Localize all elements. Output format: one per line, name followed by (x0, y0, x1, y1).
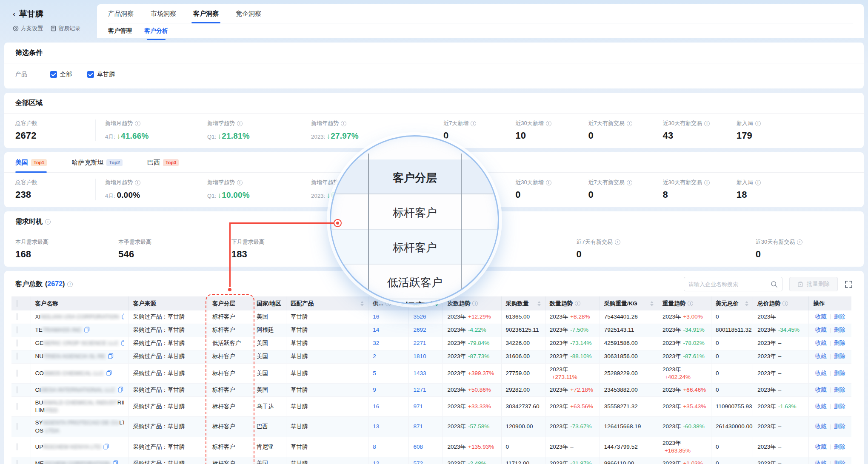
purchase-count-link[interactable]: 1271 (413, 387, 426, 393)
row-checkbox[interactable] (17, 339, 17, 347)
copy-icon[interactable] (113, 460, 118, 464)
supplier-count-link[interactable]: 16 (373, 403, 379, 410)
purchase-count-link[interactable]: 608 (413, 444, 423, 450)
row-checkbox[interactable] (17, 443, 17, 450)
customer-name[interactable]: COSMOS CHEMICAL LLC (35, 370, 124, 377)
copy-icon[interactable] (118, 387, 123, 393)
checkbox-checked-icon[interactable] (87, 71, 94, 78)
copy-icon[interactable] (84, 327, 90, 333)
country-tab-美国[interactable]: 美国Top1 (15, 159, 47, 172)
company-search[interactable] (684, 277, 782, 291)
sort-icon[interactable] (745, 301, 748, 306)
delete-button[interactable]: 删除 (834, 423, 845, 430)
copy-icon[interactable] (103, 444, 109, 450)
customer-name[interactable]: UPROCHEM KENYA LTD (35, 443, 124, 451)
customer-name[interactable]: CIDESA INTERNATIONAL LLC (35, 386, 124, 394)
supplier-count-link[interactable]: 8 (373, 444, 376, 450)
delete-button[interactable]: 删除 (834, 460, 845, 464)
row-checkbox[interactable] (17, 370, 17, 377)
sort-icon[interactable] (360, 301, 364, 306)
delete-button[interactable]: 删除 (834, 370, 845, 377)
copy-icon[interactable] (108, 353, 114, 359)
search-input[interactable] (688, 281, 771, 288)
favorite-button[interactable]: 收藏 (815, 386, 827, 394)
col-header-usd[interactable]: 美元总价 (711, 296, 753, 310)
favorite-button[interactable]: 收藏 (815, 443, 827, 451)
trade-records-button[interactable]: 贸易记录 (51, 25, 80, 32)
customer-name[interactable]: GENERIC CROP SCIENCE LLC (35, 339, 124, 347)
copy-icon[interactable] (121, 340, 124, 346)
row-checkbox[interactable] (17, 403, 17, 410)
customer-name[interactable]: NUTRIEN AGENCIA SL RE (35, 353, 124, 360)
tab-竞企洞察[interactable]: 竞企洞察 (236, 10, 261, 23)
tab-产品洞察[interactable]: 产品洞察 (108, 10, 134, 23)
delete-button[interactable]: 删除 (834, 339, 845, 347)
bulk-delete-button[interactable]: 批量删除 (789, 277, 838, 291)
customer-name[interactable]: SYNGENTA PROTECAO DE CULTIV (35, 419, 124, 427)
subtab-客户管理[interactable]: 客户管理 (108, 27, 132, 40)
purchase-count-link[interactable]: 1433 (413, 370, 426, 376)
row-checkbox[interactable] (17, 460, 17, 464)
col-header-qty[interactable]: 采购数量 (501, 296, 545, 310)
col-header-wt[interactable]: 采购重量/KG (600, 296, 658, 310)
row-checkbox[interactable] (17, 423, 17, 430)
favorite-button[interactable]: 收藏 (815, 460, 827, 464)
row-checkbox[interactable] (17, 353, 17, 360)
fullscreen-expand-icon[interactable] (845, 280, 853, 288)
favorite-button[interactable]: 收藏 (815, 403, 827, 410)
row-checkbox[interactable] (17, 326, 17, 333)
delete-button[interactable]: 删除 (834, 403, 845, 410)
copy-icon[interactable] (106, 370, 112, 376)
delete-button[interactable]: 删除 (834, 313, 845, 321)
delete-button[interactable]: 删除 (834, 386, 845, 394)
sort-icon[interactable] (537, 301, 541, 306)
row-checkbox[interactable] (17, 386, 17, 393)
tab-市场洞察[interactable]: 市场洞察 (151, 10, 176, 23)
favorite-button[interactable]: 收藏 (815, 423, 827, 430)
purchase-count-link[interactable]: 871 (413, 423, 423, 430)
favorite-button[interactable]: 收藏 (815, 326, 827, 334)
purchase-count-link[interactable]: 572 (413, 460, 423, 464)
delete-button[interactable]: 删除 (834, 326, 845, 334)
col-header-product[interactable]: 匹配产品 (286, 296, 368, 310)
purchase-count-link[interactable]: 971 (413, 403, 423, 410)
scheme-settings-button[interactable]: 方案设置 (13, 25, 43, 32)
select-all-checkbox[interactable] (17, 300, 17, 307)
copy-icon[interactable] (122, 313, 124, 319)
purchase-count-link[interactable]: 2692 (413, 327, 426, 333)
purchase-count-link[interactable]: 3526 (413, 313, 426, 320)
customer-name[interactable]: TETRAMASS INC (35, 326, 124, 334)
customer-name[interactable]: MEXICHEM CORPORATION (35, 460, 124, 464)
purchase-count-link[interactable]: 2271 (413, 340, 426, 346)
subtab-客户分析[interactable]: 客户分析 (144, 27, 168, 40)
supplier-count-link[interactable]: 2 (373, 353, 376, 359)
trend-year: 2023年 (550, 423, 568, 430)
customer-name[interactable]: XINGLIAN USA CORPORATION (35, 313, 124, 321)
supplier-count-link[interactable]: 12 (373, 460, 379, 464)
row-checkbox[interactable] (17, 313, 17, 320)
delete-button[interactable]: 删除 (834, 353, 845, 360)
country-tab-巴西[interactable]: 巴西Top3 (147, 159, 179, 172)
favorite-button[interactable]: 收藏 (815, 353, 827, 360)
search-icon[interactable] (771, 281, 778, 288)
purchase-count-link[interactable]: 1810 (413, 353, 426, 359)
product-checkbox-全部[interactable]: 全部 (50, 71, 72, 78)
favorite-button[interactable]: 收藏 (815, 370, 827, 377)
supplier-count-link[interactable]: 14 (373, 327, 379, 333)
delete-button[interactable]: 删除 (834, 443, 845, 451)
customer-name[interactable]: BUKWALD CHEMICAL INDUSTRIES (35, 399, 124, 407)
tab-客户洞察[interactable]: 客户洞察 (193, 10, 219, 23)
back-icon[interactable]: ‹ (13, 9, 16, 19)
supplier-count-link[interactable]: 32 (373, 340, 379, 346)
supplier-count-link[interactable]: 16 (373, 313, 379, 320)
country-tab-哈萨克斯坦[interactable]: 哈萨克斯坦Top2 (71, 159, 122, 172)
supplier-count-link[interactable]: 13 (373, 423, 379, 430)
favorite-button[interactable]: 收藏 (815, 313, 827, 321)
product-checkbox-草甘膦[interactable]: 草甘膦 (87, 71, 115, 78)
favorite-button[interactable]: 收藏 (815, 339, 827, 347)
supplier-count-link[interactable]: 9 (373, 387, 376, 393)
checkbox-checked-icon[interactable] (50, 71, 57, 78)
sort-icon[interactable] (650, 301, 654, 306)
supplier-count-link[interactable]: 5 (373, 370, 376, 376)
th-content: 总价趋势! (757, 300, 804, 307)
